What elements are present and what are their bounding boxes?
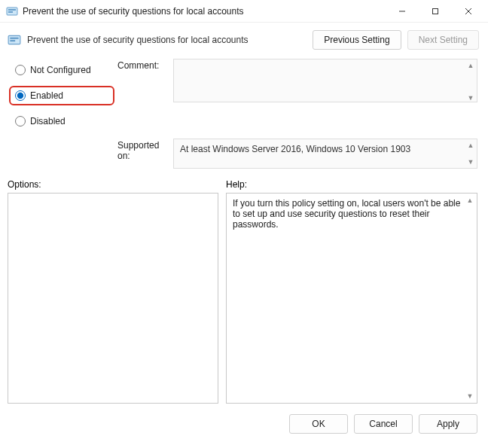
scroll-down-icon: ▼ xyxy=(465,93,476,103)
supported-on-label: Supported on: xyxy=(117,139,170,161)
options-panel xyxy=(8,193,218,404)
comment-field-wrap: ▲ ▼ xyxy=(173,59,477,105)
panels-labels: Options: Help: xyxy=(0,172,488,193)
minimize-icon xyxy=(398,8,406,15)
state-not-configured-row[interactable]: Not Configured xyxy=(9,60,114,80)
state-disabled-row[interactable]: Disabled xyxy=(9,111,114,131)
state-radio-group: Not Configured Enabled Disabled xyxy=(9,59,114,131)
comment-label: Comment: xyxy=(117,59,170,71)
state-disabled-radio[interactable] xyxy=(15,116,26,126)
state-not-configured-label: Not Configured xyxy=(30,65,91,75)
policy-icon xyxy=(8,33,21,47)
scroll-up-icon: ▲ xyxy=(465,195,475,206)
previous-setting-button[interactable]: Previous Setting xyxy=(313,30,401,50)
close-button[interactable] xyxy=(452,0,485,23)
scroll-up-icon: ▲ xyxy=(465,60,476,71)
minimize-button[interactable] xyxy=(386,0,419,23)
titlebar: Prevent the use of security questions fo… xyxy=(0,0,488,23)
state-disabled-label: Disabled xyxy=(30,116,66,126)
svg-rect-2 xyxy=(8,11,13,13)
state-enabled-label: Enabled xyxy=(30,90,63,101)
policy-app-icon xyxy=(6,5,18,17)
comment-field[interactable] xyxy=(173,59,477,102)
state-enabled-radio[interactable] xyxy=(15,90,26,101)
scroll-up-icon: ▲ xyxy=(465,140,476,151)
maximize-icon xyxy=(432,8,439,15)
options-label: Options: xyxy=(8,179,218,190)
help-panel: If you turn this policy setting on, loca… xyxy=(226,193,477,404)
next-setting-button[interactable]: Next Setting xyxy=(407,30,479,50)
window-title: Prevent the use of security questions fo… xyxy=(23,6,244,17)
policy-header: Prevent the use of security questions fo… xyxy=(0,23,488,56)
help-label: Help: xyxy=(226,179,477,190)
supported-on-field: At least Windows Server 2016, Windows 10… xyxy=(173,139,477,169)
apply-button[interactable]: Apply xyxy=(419,414,477,434)
supported-on-wrap: At least Windows Server 2016, Windows 10… xyxy=(173,139,477,169)
svg-rect-1 xyxy=(8,9,16,11)
config-area: Not Configured Enabled Disabled Comment:… xyxy=(0,56,488,172)
maximize-button[interactable] xyxy=(419,0,452,23)
svg-rect-4 xyxy=(433,8,438,14)
close-icon xyxy=(465,8,472,15)
ok-button[interactable]: OK xyxy=(289,414,348,434)
state-enabled-row[interactable]: Enabled xyxy=(9,86,114,105)
dialog-footer: OK Cancel Apply xyxy=(0,404,488,441)
policy-title: Prevent the use of security questions fo… xyxy=(27,35,249,45)
svg-rect-9 xyxy=(10,40,15,41)
state-not-configured-radio[interactable] xyxy=(15,65,26,75)
scroll-down-icon: ▼ xyxy=(465,157,476,167)
panels: If you turn this policy setting on, loca… xyxy=(0,193,488,404)
scroll-down-icon: ▼ xyxy=(465,391,475,401)
cancel-button[interactable]: Cancel xyxy=(354,414,413,434)
svg-rect-8 xyxy=(10,38,18,39)
help-content: If you turn this policy setting on, loca… xyxy=(233,198,460,230)
